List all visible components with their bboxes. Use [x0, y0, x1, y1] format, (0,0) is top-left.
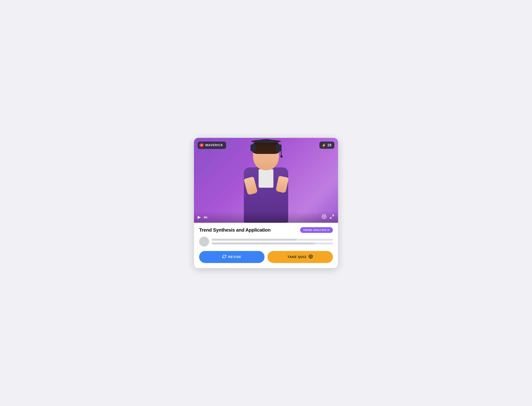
title-row: Trend Synthesis and Application TREND AN…	[199, 227, 333, 233]
avatar-headphones	[251, 139, 281, 153]
maverick-icon: M	[200, 143, 204, 147]
quiz-button[interactable]: TAKE QUIZ	[268, 251, 333, 263]
progress-bar-2-inner	[212, 242, 315, 244]
revise-icon	[222, 254, 226, 260]
score-badge: ⚡ 19	[319, 142, 334, 149]
quiz-icon	[308, 254, 313, 260]
headphone-ear-left	[250, 144, 256, 151]
progress-bar-1-inner	[212, 239, 296, 241]
score-value: 19	[327, 143, 331, 147]
video-avatar	[194, 138, 338, 223]
headphone-mic	[281, 150, 282, 156]
revise-button[interactable]: REVISE	[199, 251, 264, 263]
fullscreen-icon[interactable]	[330, 214, 334, 220]
action-buttons: REVISE TAKE QUIZ	[199, 251, 333, 263]
lesson-title: Trend Synthesis and Application	[199, 227, 271, 233]
avatar-figure	[235, 141, 297, 222]
controls-left: ▶ ⏭	[198, 215, 208, 219]
play-button[interactable]: ▶	[198, 215, 201, 219]
settings-icon[interactable]	[322, 214, 327, 220]
controls-right	[322, 214, 334, 220]
progress-bars	[212, 239, 333, 244]
progress-area	[199, 237, 333, 246]
progress-avatar	[199, 237, 209, 246]
next-button[interactable]: ⏭	[204, 215, 208, 219]
video-player[interactable]: M MAVERICK ⚡ 19 ▶ ⏭	[194, 138, 338, 223]
svg-point-0	[324, 216, 325, 218]
progress-bar-1-outer	[212, 239, 333, 241]
headphone-mic-ball	[280, 155, 283, 158]
video-controls: ▶ ⏭	[194, 212, 338, 223]
quiz-label: TAKE QUIZ	[287, 255, 307, 259]
card-bottom: Trend Synthesis and Application TREND AN…	[194, 223, 338, 268]
maverick-label: MAVERICK	[205, 144, 223, 147]
maverick-badge: M MAVERICK	[198, 142, 226, 149]
progress-bar-2-outer	[212, 242, 333, 244]
headphone-band	[251, 140, 281, 143]
main-card: M MAVERICK ⚡ 19 ▶ ⏭	[194, 138, 338, 268]
topic-badge: TREND ANALYSIS IV	[300, 227, 333, 233]
lightning-icon: ⚡	[322, 143, 326, 147]
avatar-shirt	[259, 169, 273, 188]
revise-label: REVISE	[228, 255, 241, 259]
